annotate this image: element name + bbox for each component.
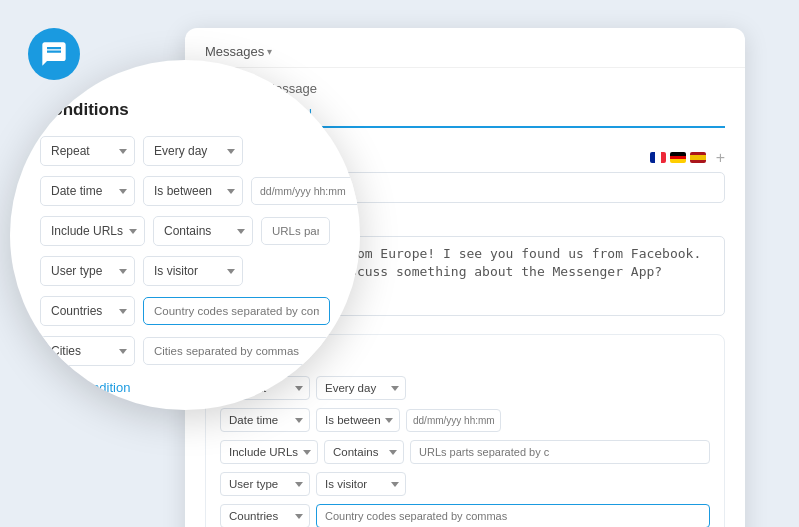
contains-select[interactable]: Contains <box>324 440 404 464</box>
circle-every-day-select[interactable]: Every day <box>143 136 243 166</box>
circle-add-condition-label: Add condition <box>52 380 131 395</box>
circle-content: Conditions Repeat Every day Date time Is… <box>10 60 360 410</box>
messages-tab[interactable]: Messages ▾ <box>205 44 272 59</box>
every-day-select[interactable]: Every day <box>316 376 406 400</box>
circle-is-visitor-select[interactable]: Is visitor <box>143 256 243 286</box>
add-language-button[interactable]: + <box>716 149 725 167</box>
include-urls-select[interactable]: Include URLs <box>220 440 318 464</box>
condition-row-datetime: Date time Is between <box>220 408 710 432</box>
circle-row-cities: Cities <box>40 336 330 366</box>
condition-row-countries: Countries <box>220 504 710 527</box>
circle-row-repeat: Repeat Every day <box>40 136 330 166</box>
circle-is-between-select[interactable]: Is between <box>143 176 243 206</box>
flag-es-icon <box>690 152 706 163</box>
is-visitor-select[interactable]: Is visitor <box>316 472 406 496</box>
datetime-select[interactable]: Date time <box>220 408 310 432</box>
card-header: Messages ▾ <box>185 28 745 68</box>
condition-row-repeat: Repeat Every day <box>220 376 710 400</box>
circle-cities-input[interactable] <box>143 337 330 365</box>
chat-bubble-icon <box>28 28 80 80</box>
circle-urls-input[interactable] <box>261 217 330 245</box>
circle-contains-select[interactable]: Contains <box>153 216 253 246</box>
messages-chevron: ▾ <box>267 46 272 57</box>
circle-row-urls: Include URLs Contains <box>40 216 330 246</box>
circle-country-codes-input[interactable] <box>143 297 330 325</box>
circle-overlay: Conditions Repeat Every day Date time Is… <box>10 60 360 410</box>
datetime-input[interactable] <box>406 409 501 432</box>
circle-user-type-select[interactable]: User type <box>40 256 135 286</box>
circle-row-countries: Countries <box>40 296 330 326</box>
circle-repeat-select[interactable]: Repeat <box>40 136 135 166</box>
circle-conditions-title: Conditions <box>40 100 330 120</box>
circle-countries-select[interactable]: Countries <box>40 296 135 326</box>
circle-include-urls-select[interactable]: Include URLs <box>40 216 145 246</box>
country-codes-input[interactable] <box>316 504 710 527</box>
circle-cities-select[interactable]: Cities <box>40 336 135 366</box>
flag-de-icon <box>670 152 686 163</box>
circle-row-usertype: User type Is visitor <box>40 256 330 286</box>
circle-datetime-select[interactable]: Date time <box>40 176 135 206</box>
circle-plus-icon: + <box>40 380 48 395</box>
condition-row-usertype: User type Is visitor <box>220 472 710 496</box>
is-between-select[interactable]: Is between <box>316 408 400 432</box>
circle-datetime-input[interactable] <box>251 177 360 205</box>
flag-fr-icon <box>650 152 666 163</box>
user-type-select[interactable]: User type <box>220 472 310 496</box>
flag-icons: + <box>650 149 725 167</box>
messages-tab-label: Messages <box>205 44 264 59</box>
circle-row-datetime: Date time Is between <box>40 176 330 206</box>
condition-row-urls: Include URLs Contains <box>220 440 710 464</box>
urls-input[interactable] <box>410 440 710 464</box>
countries-select[interactable]: Countries <box>220 504 310 527</box>
